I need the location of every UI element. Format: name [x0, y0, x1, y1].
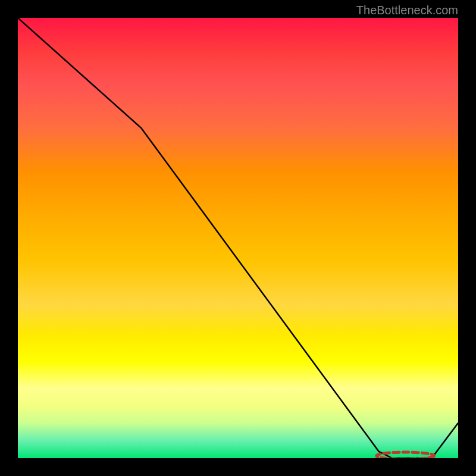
attribution-text: TheBottleneck.com — [356, 4, 458, 17]
chart-gradient-background — [18, 18, 458, 458]
